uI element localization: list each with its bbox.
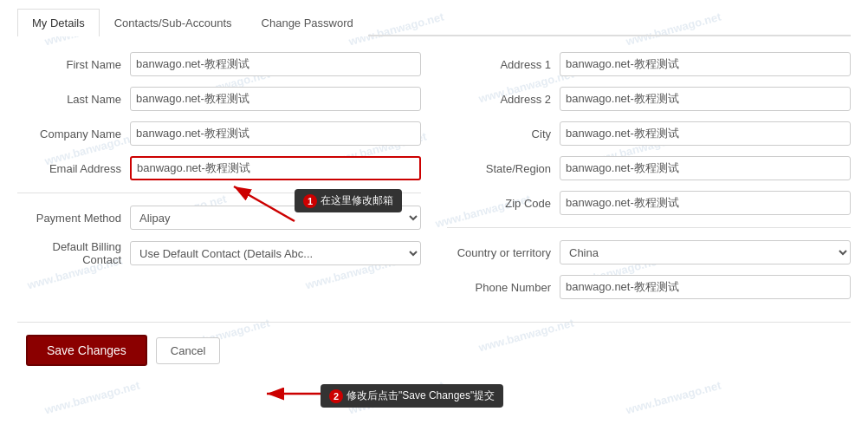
- company-name-label: Company Name: [17, 127, 130, 140]
- annotation-tooltip-2: 2 修改后点击"Save Changes"提交: [321, 384, 503, 408]
- city-row: City: [447, 121, 851, 146]
- last-name-label: Last Name: [17, 93, 130, 106]
- billing-contact-label: Default Billing Contact: [17, 240, 130, 266]
- annotation-tooltip-1: 1 在这里修改邮箱: [295, 189, 402, 212]
- payment-method-label: Payment Method: [17, 212, 130, 225]
- cancel-button[interactable]: Cancel: [156, 337, 220, 364]
- annotation-number-2: 2: [329, 389, 343, 403]
- annotation-text-1: 在这里修改邮箱: [321, 193, 393, 208]
- address1-label: Address 1: [447, 58, 560, 71]
- state-region-label: State/Region: [447, 162, 560, 175]
- state-region-input[interactable]: [560, 156, 851, 180]
- email-address-label: Email Address: [17, 162, 130, 175]
- zip-code-input[interactable]: [560, 191, 851, 215]
- save-changes-button[interactable]: Save Changes: [26, 335, 147, 366]
- zip-code-label: Zip Code: [447, 197, 560, 210]
- address1-input[interactable]: [560, 52, 851, 76]
- phone-number-row: Phone Number: [447, 275, 851, 299]
- address2-row: Address 2: [447, 87, 851, 111]
- phone-number-label: Phone Number: [447, 281, 560, 294]
- country-label: Country or territory: [447, 246, 560, 259]
- tab-change-password[interactable]: Change Password: [247, 9, 368, 36]
- phone-number-input[interactable]: [560, 275, 851, 299]
- country-row: Country or territory China United States…: [447, 240, 851, 264]
- form-divider-right: [447, 227, 851, 228]
- address2-input[interactable]: [560, 87, 851, 111]
- tab-contacts[interactable]: Contacts/Sub-Accounts: [100, 9, 247, 36]
- tabs-container: My Details Contacts/Sub-Accounts Change …: [17, 9, 851, 36]
- email-address-row: Email Address: [17, 156, 421, 180]
- state-region-row: State/Region: [447, 156, 851, 180]
- form-columns: First Name Last Name Company Name Email …: [17, 52, 851, 310]
- billing-contact-row: Default Billing Contact Use Default Cont…: [17, 240, 421, 266]
- footer-area: Save Changes Cancel: [17, 335, 851, 366]
- first-name-label: First Name: [17, 58, 130, 71]
- zip-code-row: Zip Code: [447, 191, 851, 215]
- form-left-col: First Name Last Name Company Name Email …: [17, 52, 421, 310]
- email-address-input[interactable]: [130, 156, 421, 180]
- annotation-number-1: 1: [303, 194, 317, 208]
- last-name-row: Last Name: [17, 87, 421, 111]
- first-name-row: First Name: [17, 52, 421, 76]
- page-wrapper: My Details Contacts/Sub-Accounts Change …: [0, 0, 868, 375]
- form-right-col: Address 1 Address 2 City State/Region Zi…: [447, 52, 851, 310]
- city-label: City: [447, 127, 560, 140]
- address1-row: Address 1: [447, 52, 851, 76]
- tab-my-details[interactable]: My Details: [17, 9, 100, 36]
- company-name-row: Company Name: [17, 121, 421, 146]
- billing-contact-select[interactable]: Use Default Contact (Details Abc...: [130, 241, 421, 265]
- company-name-input[interactable]: [130, 121, 421, 146]
- last-name-input[interactable]: [130, 87, 421, 111]
- address2-label: Address 2: [447, 93, 560, 106]
- footer-divider: [17, 322, 851, 323]
- city-input[interactable]: [560, 121, 851, 146]
- first-name-input[interactable]: [130, 52, 421, 76]
- annotation-text-2: 修改后点击"Save Changes"提交: [347, 388, 495, 403]
- country-select[interactable]: China United States United Kingdom: [560, 240, 851, 264]
